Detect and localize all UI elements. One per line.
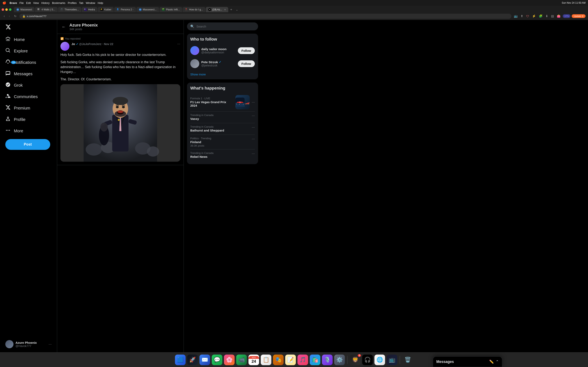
trending-item-bathurst[interactable]: Trending in Canada Bathurst and Sheppard… xyxy=(190,123,255,135)
dock-item-brave[interactable]: 🦁 3 xyxy=(350,355,361,365)
sidebar-toggle[interactable]: ▤ xyxy=(550,13,555,19)
dock-item-messages[interactable]: 💬 xyxy=(212,355,222,365)
menu-help[interactable]: Help xyxy=(98,1,103,4)
messages-collapse-button[interactable]: ⌃ xyxy=(496,359,499,364)
tab-hedra[interactable]: H Hedra xyxy=(82,7,97,12)
menu-view[interactable]: View xyxy=(33,1,39,4)
menu-bookmarks[interactable]: Bookmarks xyxy=(52,1,65,4)
menu-edit[interactable]: Edit xyxy=(26,1,31,4)
minimize-button[interactable] xyxy=(5,8,8,11)
follow-name-dailysailormoon[interactable]: daily sailor moon xyxy=(201,47,236,51)
dock-item-facetime[interactable]: 📹 xyxy=(236,355,247,365)
tab-close-icon[interactable]: ✕ xyxy=(224,8,226,11)
sidebar-item-home[interactable]: Home xyxy=(2,34,54,45)
post-button[interactable]: Post xyxy=(5,139,50,150)
follow-button-petestrzok[interactable]: Follow xyxy=(238,60,255,67)
trending-more-bathurst[interactable]: ··· xyxy=(252,125,255,129)
sidebar-item-grok[interactable]: Grok xyxy=(2,80,54,91)
tab-massesect-1[interactable]: M Massesect xyxy=(14,7,35,12)
tweet-date: Nov 22 xyxy=(104,42,113,46)
tab-persona[interactable]: 👤 Persona 2 - xyxy=(114,7,136,12)
tweet-more-options-button[interactable]: ··· xyxy=(177,42,180,46)
tab-howdo[interactable]: ❓ How do I g... xyxy=(182,7,205,12)
dock-item-photos[interactable]: 🌸 xyxy=(224,355,234,365)
trending-content-vassy: Trending in Canada Vassy xyxy=(190,114,252,121)
vpn-badge[interactable]: VPN xyxy=(563,14,571,18)
tab-4walls[interactable]: 🖼 4 Walls | S... xyxy=(35,7,58,12)
messages-compose-button[interactable]: ✏️ xyxy=(489,359,494,364)
wallet-icon[interactable]: 👛 xyxy=(556,13,562,19)
dock-item-reminders[interactable]: 📋 xyxy=(261,355,271,365)
trending-more-rebelnews[interactable]: ··· xyxy=(252,151,255,156)
tab-plastic[interactable]: 🌱 Plastic Infil... xyxy=(159,7,182,12)
search-input[interactable] xyxy=(196,25,255,28)
dock-item-appstore[interactable]: 🛍️ xyxy=(310,355,320,365)
sidebar-item-notifications[interactable]: 19 Notifications xyxy=(2,57,54,68)
forward-nav-button[interactable]: › xyxy=(8,14,11,18)
tab-add-button[interactable]: + xyxy=(229,7,234,12)
dock-item-chrome[interactable]: 🌐 xyxy=(374,355,385,365)
sidebar-item-messages[interactable]: Messages xyxy=(2,68,54,80)
trending-item-f1[interactable]: Formula 1 · LIVE F1 Las Vegas Grand Prix… xyxy=(190,93,255,111)
x-logo[interactable] xyxy=(2,22,54,33)
sidebar-item-more[interactable]: More xyxy=(2,125,54,137)
dock-item-systemsettings[interactable]: ⚙️ xyxy=(334,355,345,365)
follow-name-petestrzok[interactable]: Pete Strzok ✓ xyxy=(201,60,236,64)
dock-item-mail[interactable]: ✉️ xyxy=(199,355,210,365)
tab-list-button[interactable]: ⌄ xyxy=(234,7,240,12)
user-more-icon[interactable]: ··· xyxy=(49,342,52,346)
maximize-button[interactable] xyxy=(9,8,11,11)
user-account[interactable]: Azure Phoenix @Havok777 ··· xyxy=(2,338,54,351)
tweet-author-name[interactable]: Jo ✓ @JoJoFromJerz · Nov 22 xyxy=(71,42,113,46)
cast-icon[interactable]: 📺 xyxy=(513,13,519,19)
reminders-icon: 📋 xyxy=(263,357,269,363)
show-more-link[interactable]: Show more xyxy=(190,70,255,76)
search-box[interactable]: 🔍 xyxy=(187,22,258,30)
trending-item-vassy[interactable]: Trending in Canada Vassy ··· xyxy=(190,111,255,123)
menu-profiles[interactable]: Profiles xyxy=(68,1,77,4)
sidebar-item-profile[interactable]: Profile xyxy=(2,114,54,125)
dock-item-launchpad[interactable]: 🚀 xyxy=(187,355,198,365)
menu-tab[interactable]: Tab xyxy=(79,1,83,4)
trending-more-finland[interactable]: ··· xyxy=(252,137,255,141)
tab-massesect-2[interactable]: M Massesect... xyxy=(136,7,159,12)
dock-item-calendar[interactable]: NOV 24 xyxy=(249,355,259,365)
download-icon[interactable]: ⬇ xyxy=(545,13,549,19)
dock-item-spotify[interactable]: 🎧 xyxy=(362,355,373,365)
back-nav-button[interactable]: ‹ xyxy=(2,14,6,18)
url-box[interactable]: 🔒 x.com/Havok777 xyxy=(19,14,511,19)
follow-avatar-petestrzok[interactable] xyxy=(190,59,199,68)
share-icon[interactable]: ⬆ xyxy=(520,13,524,19)
tab-x-active[interactable]: ✕ (19) Az... ✕ xyxy=(206,7,228,12)
sidebar-item-explore[interactable]: Explore xyxy=(2,45,54,57)
trending-more-vassy[interactable]: ··· xyxy=(252,114,255,118)
dock-item-screen[interactable]: 📺 xyxy=(387,355,397,365)
tweet-author-avatar[interactable] xyxy=(61,42,69,51)
shield-icon[interactable]: 🛡 xyxy=(525,14,530,19)
menu-history[interactable]: History xyxy=(41,1,49,4)
close-button[interactable] xyxy=(2,8,4,11)
sidebar-item-communities[interactable]: Communities xyxy=(2,91,54,102)
dock-item-trackers[interactable]: 🎭 xyxy=(273,355,284,365)
update-badge[interactable]: Update ☰ xyxy=(572,14,586,18)
tab-kaiber[interactable]: ⚡ Kaiber xyxy=(98,7,114,12)
brave-icon[interactable]: ⚡ xyxy=(531,13,537,19)
apple-menu[interactable]: 🍎 xyxy=(2,1,6,5)
extension-icon[interactable]: 🧩 xyxy=(538,13,544,19)
dock-item-music[interactable]: 🎵 xyxy=(297,355,308,365)
dock-item-finder[interactable]: 🟦 xyxy=(175,355,186,365)
dock-item-notes[interactable]: 📝 xyxy=(285,355,296,365)
back-button[interactable]: ← xyxy=(61,23,67,30)
menu-file[interactable]: File xyxy=(19,1,24,4)
tab-threnodies[interactable]: 🎵 Threnodies... xyxy=(58,7,81,12)
trending-item-rebelnews[interactable]: Trending in Canada Rebel News ··· xyxy=(190,150,255,161)
sidebar-item-premium[interactable]: Premium xyxy=(2,102,54,114)
menu-window[interactable]: Window xyxy=(86,1,95,4)
follow-button-dailysailormoon[interactable]: Follow xyxy=(238,47,255,54)
dock-item-podcasts[interactable]: 🎙️ xyxy=(322,355,333,365)
trending-more-f1[interactable]: ··· xyxy=(252,100,255,104)
trending-item-finland[interactable]: Politics · Trending Finland 39.3K posts … xyxy=(190,135,255,150)
dock-item-trash[interactable]: 🗑️ xyxy=(402,355,413,365)
follow-avatar-dailysailormoon[interactable] xyxy=(190,46,199,55)
refresh-button[interactable]: ↻ xyxy=(13,14,18,18)
